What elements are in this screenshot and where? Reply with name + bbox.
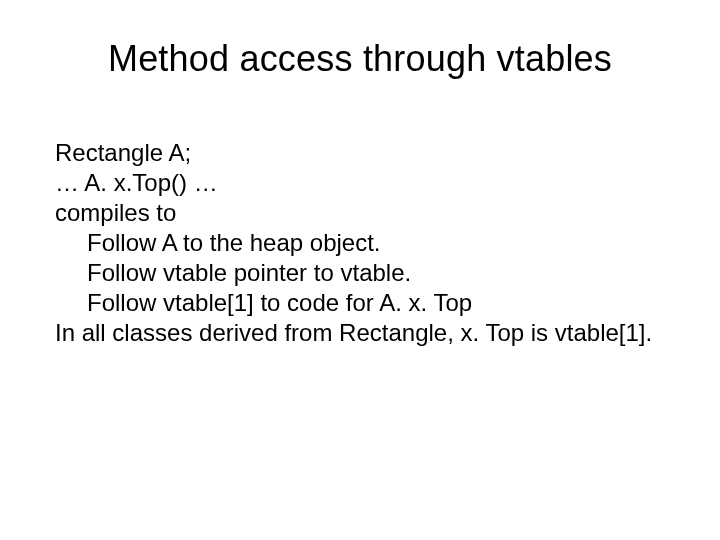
slide: Method access through vtables Rectangle … [0, 0, 720, 540]
slide-title: Method access through vtables [55, 38, 665, 80]
body-line-5: Follow vtable pointer to vtable. [55, 258, 665, 288]
body-line-6: Follow vtable[1] to code for A. x. Top [55, 288, 665, 318]
body-line-3: compiles to [55, 198, 665, 228]
body-line-4: Follow A to the heap object. [55, 228, 665, 258]
slide-body: Rectangle A; … A. x.Top() … compiles to … [55, 138, 665, 348]
body-line-1: Rectangle A; [55, 138, 665, 168]
body-line-7: In all classes derived from Rectangle, x… [55, 318, 665, 348]
body-line-2: … A. x.Top() … [55, 168, 665, 198]
